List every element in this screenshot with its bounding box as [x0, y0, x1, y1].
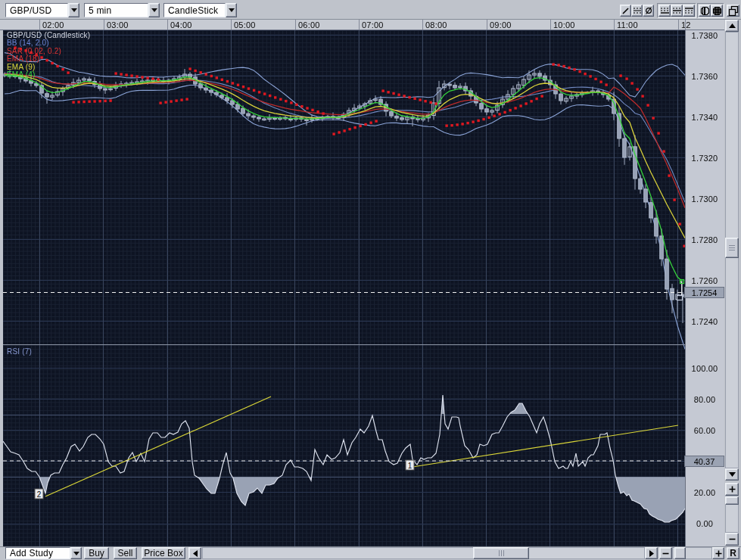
svg-text:2: 2: [37, 490, 42, 499]
svg-text:1: 1: [408, 462, 413, 470]
